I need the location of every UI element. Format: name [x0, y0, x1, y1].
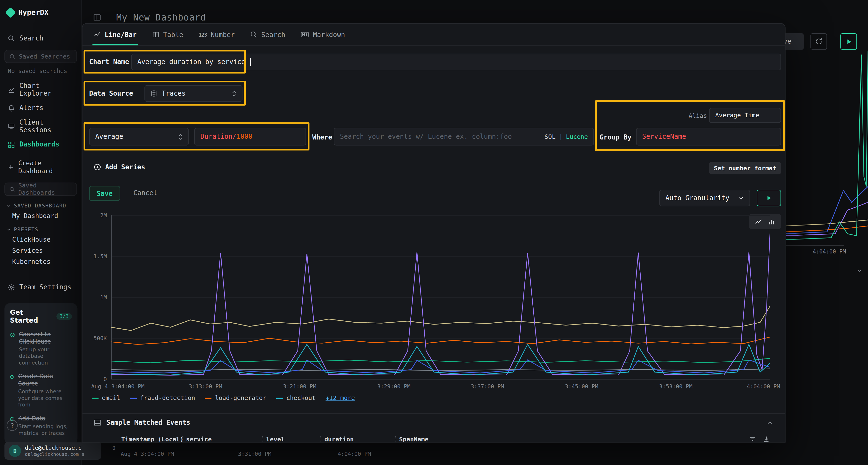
group-by-label: Group By	[599, 133, 631, 141]
legend-swatch	[205, 398, 212, 399]
sidebar-item-dashboards[interactable]: Dashboards	[0, 137, 81, 152]
data-source-select[interactable]: Traces	[145, 85, 242, 102]
get-started-badge: 3/3	[56, 313, 72, 320]
column-header-service[interactable]: service	[186, 436, 212, 442]
column-divider[interactable]	[262, 436, 263, 442]
select-chevrons-icon	[178, 133, 183, 139]
save-button[interactable]: Save	[89, 186, 120, 201]
search-icon	[9, 186, 15, 192]
legend-swatch	[92, 398, 99, 399]
legend-item[interactable]: checkout	[276, 394, 316, 402]
database-icon	[151, 90, 157, 97]
chart-editor-modal: Line/Bar Table 123 Number Search Markdow…	[82, 23, 785, 442]
add-series-button[interactable]: Add Series	[94, 163, 145, 171]
main-chart-svg[interactable]	[111, 215, 770, 379]
run-button[interactable]	[840, 33, 857, 50]
number-123-icon: 123	[199, 32, 207, 37]
download-icon[interactable]	[763, 435, 770, 442]
set-number-format-button[interactable]: Set number format	[709, 162, 781, 174]
y-tick: 1.5M	[87, 254, 107, 260]
refresh-button[interactable]	[810, 33, 827, 50]
sidebar-item-team-settings[interactable]: Team Settings	[0, 280, 81, 294]
saved-searches-placeholder: Saved Searches	[19, 53, 70, 60]
x-tick: 3:45:00 PM	[565, 383, 598, 389]
tab-line-bar[interactable]: Line/Bar	[94, 24, 137, 45]
legend-item[interactable]: fraud-detection	[130, 394, 195, 402]
tab-markdown[interactable]: Markdown	[301, 24, 345, 45]
no-saved-searches-text: No saved searches	[0, 63, 81, 74]
legend-item[interactable]: email	[92, 394, 120, 402]
get-started-item[interactable]: Create Data Source Configure where your …	[10, 373, 72, 408]
tab-table[interactable]: Table	[152, 24, 183, 45]
aggregation-select[interactable]: Average	[89, 128, 189, 145]
column-header-duration[interactable]: duration	[324, 436, 354, 442]
aggregation-field-input[interactable]: Duration/1000	[194, 128, 306, 145]
create-dashboard-button[interactable]: Create Dashboard	[0, 156, 81, 178]
markdown-icon	[301, 31, 309, 38]
run-query-button[interactable]	[756, 190, 781, 206]
tab-number[interactable]: 123 Number	[199, 24, 235, 45]
section-presets[interactable]: PRESETS	[0, 220, 81, 232]
tab-search[interactable]: Search	[250, 24, 285, 45]
column-header-level[interactable]: level	[266, 436, 284, 442]
background-chart-xlabel: 4:04:00 PM	[812, 248, 846, 255]
sidebar-item-client-sessions[interactable]: Client Sessions	[0, 115, 81, 137]
legend-more-link[interactable]: +12 more	[326, 394, 355, 402]
chevron-down-icon[interactable]	[857, 268, 863, 273]
chart-name-label: Chart Name	[89, 58, 129, 66]
x-tick: 3:13:00 PM	[189, 383, 222, 389]
x-tick: 3:29:00 PM	[377, 383, 410, 389]
column-divider[interactable]	[182, 436, 183, 442]
where-search-input[interactable]: Search your events w/ Lucene ex. column:…	[334, 128, 594, 145]
gear-icon	[8, 284, 15, 291]
x-tick: 3:53:00 PM	[659, 383, 692, 389]
background-chart	[786, 47, 868, 245]
saved-dashboards-placeholder: Saved Dashboards	[18, 182, 72, 196]
chart-name-input[interactable]: Average duration by service	[131, 54, 781, 70]
section-saved-dashboard[interactable]: SAVED DASHBOARD	[0, 196, 81, 209]
alias-input[interactable]: Average Time	[709, 108, 781, 123]
cancel-button[interactable]: Cancel	[133, 189, 157, 197]
get-started-item[interactable]: Connect to ClickHouse Set up your databa…	[10, 331, 72, 366]
sidebar: HyperDX Search Saved Searches No saved s…	[0, 0, 82, 465]
bottom-chart-tick: 3:31:00 PM	[238, 451, 271, 457]
table-icon	[152, 31, 159, 38]
chevron-down-icon	[7, 227, 11, 231]
lucene-toggle[interactable]: Lucene	[566, 133, 588, 140]
brand[interactable]: HyperDX	[0, 0, 81, 16]
sidebar-item-kubernetes[interactable]: Kubernetes	[0, 255, 81, 266]
check-circle-icon	[10, 331, 15, 339]
select-chevrons-icon	[232, 90, 236, 96]
legend-item[interactable]: load-generator	[205, 394, 267, 402]
filter-icon[interactable]	[749, 435, 756, 442]
granularity-select[interactable]: Auto Granularity	[659, 190, 750, 206]
search-icon	[9, 54, 16, 60]
sidebar-item-chart-explorer[interactable]: Chart Explorer	[0, 78, 81, 101]
sample-events-header: Sample Matched Events	[94, 419, 190, 427]
dashboard-title[interactable]: My New Dashboard	[116, 12, 206, 23]
alias-label: Alias	[689, 112, 707, 120]
column-header-timestamp[interactable]: Timestamp (Local)	[121, 436, 184, 442]
get-started-item[interactable]: Add Data Start sending logs, metrics, or…	[10, 414, 72, 436]
chart-type-tabs: Line/Bar Table 123 Number Search Markdow…	[83, 24, 785, 46]
text-caret	[250, 58, 251, 66]
sidebar-item-clickhouse[interactable]: ClickHouse	[0, 232, 81, 243]
column-divider[interactable]	[320, 436, 321, 442]
sidebar-item-alerts[interactable]: Alerts	[0, 101, 81, 115]
user-menu[interactable]: D dale@clickhouse.c dale@clickhouse.com …	[4, 442, 101, 460]
sidebar-item-search[interactable]: Search	[0, 31, 81, 45]
group-by-input[interactable]: ServiceName	[636, 128, 781, 145]
sidebar-item-my-dashboard[interactable]: My Dashboard	[0, 209, 81, 220]
help-button[interactable]: ?	[7, 420, 18, 431]
column-header-spanname[interactable]: SpanName	[399, 436, 429, 442]
sidebar-item-services[interactable]: Services	[0, 243, 81, 255]
table-icon	[94, 419, 101, 427]
chart-explorer-icon	[8, 86, 15, 93]
y-tick: 0	[87, 376, 107, 382]
collapse-section-icon[interactable]	[767, 420, 773, 426]
sql-toggle[interactable]: SQL	[545, 133, 556, 140]
sidebar-collapse-icon[interactable]	[93, 13, 101, 22]
column-divider[interactable]	[395, 436, 396, 442]
saved-searches-input[interactable]: Saved Searches	[4, 50, 77, 63]
saved-dashboards-input[interactable]: Saved Dashboards	[4, 182, 77, 196]
